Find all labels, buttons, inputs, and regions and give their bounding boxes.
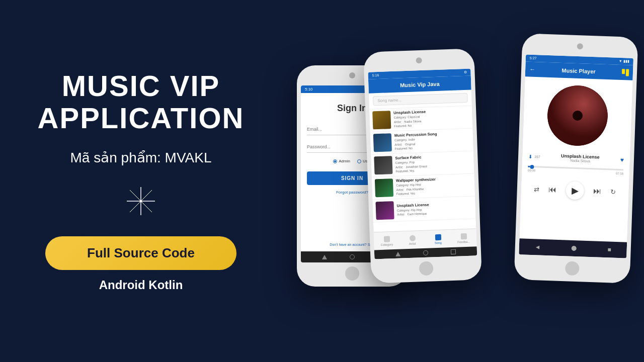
- song-thumb-4: [375, 178, 393, 197]
- song-meta-1: Category: ClassicalArtist: Nadia SitovaF…: [393, 113, 469, 128]
- phone2-home-btn[interactable]: [423, 250, 428, 255]
- list-item[interactable]: Music Percussion Song Category: IndieArt…: [370, 128, 473, 154]
- back-nav-btn[interactable]: [322, 255, 327, 259]
- album-art: [546, 84, 609, 147]
- phone1-home-btn: [345, 266, 359, 281]
- player-recents-nav[interactable]: ■: [607, 246, 611, 253]
- song-meta-3: Category: PopArtist: Jonathan GraceFeatu…: [395, 158, 471, 173]
- feedback-nav-icon: [460, 233, 466, 239]
- product-code: Mã sản phẩm: MVAKL: [70, 149, 212, 166]
- player-back-nav[interactable]: ◄: [534, 243, 540, 250]
- song-info-2: Music Percussion Song Category: IndieArt…: [394, 131, 470, 151]
- song-meta-4: Category: Hip HopArtist: Pok KhanthoFeat…: [396, 181, 472, 196]
- play-button[interactable]: ▶: [566, 181, 584, 200]
- song-info-5: Unsplash License Category: Hip HopArtist…: [397, 201, 473, 217]
- home-nav-btn[interactable]: [350, 254, 355, 259]
- player-home-nav[interactable]: [572, 246, 577, 251]
- songlist-time: 5:16: [372, 73, 379, 77]
- category-nav-icon: [383, 236, 389, 242]
- download-icon: ⬇: [528, 154, 532, 159]
- album-art-image: [546, 84, 609, 147]
- phone-screen-2: 5:16 ⚙ Music Vip Java Song name...: [368, 69, 477, 259]
- shuffle-button[interactable]: ⇄: [534, 186, 540, 193]
- star-decoration: [126, 186, 156, 216]
- player-screen: 5:27 ▼ ▮▮▮ ← Music Player: [519, 54, 633, 258]
- phone-camera-3: [577, 43, 583, 49]
- android-kotlin-label: Android Kotlin: [99, 278, 183, 292]
- artist-nav-item[interactable]: Artist: [399, 231, 426, 249]
- phone-songlist: 5:16 ⚙ Music Vip Java Song name...: [363, 48, 482, 283]
- category-nav-label: Category: [381, 243, 393, 246]
- admin-radio[interactable]: Admin: [333, 159, 350, 163]
- song-info-3: Surface Fabric Category: PopArtist: Jona…: [395, 153, 471, 173]
- phone2-back-btn[interactable]: [395, 251, 400, 256]
- phone-camera-2: [416, 57, 422, 63]
- no-account-text: Don't have an account? Sign: [330, 243, 374, 246]
- phone-player: 5:27 ▼ ▮▮▮ ← Music Player: [514, 33, 638, 284]
- next-button[interactable]: ⏭: [593, 187, 602, 196]
- left-section: MUSIC VIP APPLICATION Mã sản phẩm: MVAKL…: [0, 0, 282, 362]
- search-input[interactable]: Song name...: [373, 93, 468, 106]
- player-title: Music Player: [538, 66, 619, 75]
- list-item[interactable]: Unsplash License Category: Hip HopArtist…: [372, 196, 475, 222]
- song-info-1: Unsplash License Category: ClassicalArti…: [393, 108, 469, 128]
- user-radio-circle: [357, 159, 361, 163]
- player-bottom-nav: ◄ ■: [519, 238, 627, 258]
- list-item[interactable]: Surface Fabric Category: PopArtist: Jona…: [371, 151, 474, 177]
- feedback-nav-item[interactable]: Feedba...: [450, 229, 476, 247]
- player-controls: ⇄ ⏮ ▶ ⏭ ↻: [521, 175, 629, 205]
- prev-button[interactable]: ⏮: [548, 185, 557, 195]
- song-meta-2: Category: IndieArtist: OriginalFeatured:…: [394, 136, 470, 151]
- right-section: 5:10 ⚙ Sign In Admin Us: [272, 0, 644, 362]
- songlist-gear: ⚙: [463, 70, 466, 74]
- song-info-4: Wallpaper synthesizer Category: Hip HopA…: [396, 176, 472, 196]
- feedback-nav-label: Feedba...: [457, 240, 470, 243]
- artist-nav-icon: [409, 235, 415, 241]
- player-listen-section: ⬇ 197: [528, 154, 540, 160]
- player-header: ← Music Player: [525, 61, 633, 80]
- svg-point-4: [140, 200, 142, 202]
- songlist-screen: 5:16 ⚙ Music Vip Java Song name...: [368, 69, 477, 259]
- full-source-code-button[interactable]: Full Source Code: [45, 236, 236, 270]
- player-back-arrow[interactable]: ←: [529, 66, 535, 73]
- phone-camera-1: [349, 72, 355, 78]
- repeat-button[interactable]: ↻: [610, 188, 616, 196]
- player-track-details: Unsplash License Nadia Sitova: [544, 153, 616, 164]
- phone2-home-hardware-btn: [419, 261, 434, 276]
- listen-count: 197: [534, 155, 540, 158]
- phone3-home-hardware-btn: [565, 261, 580, 276]
- song-nav-icon: [435, 234, 441, 240]
- song-nav-label: Song: [435, 241, 442, 244]
- phone-screen-3: 5:27 ▼ ▮▮▮ ← Music Player: [519, 54, 633, 258]
- forgot-password-link[interactable]: Forgot password?: [336, 190, 368, 195]
- artist-nav-label: Artist: [409, 242, 416, 245]
- player-eq-indicator: [622, 69, 629, 76]
- song-thumb-5: [375, 201, 394, 220]
- category-nav-item[interactable]: Category: [374, 232, 400, 250]
- list-item[interactable]: Unsplash License Category: ClassicalArti…: [369, 106, 472, 132]
- song-thumb-1: [372, 111, 391, 129]
- player-time: 5:27: [530, 56, 537, 60]
- favorite-icon[interactable]: ♥: [620, 156, 624, 163]
- song-list: Unsplash License Category: ClassicalArti…: [369, 106, 476, 232]
- player-status-icons: ▼ ▮▮▮: [619, 59, 629, 64]
- list-item[interactable]: Wallpaper synthesizer Category: Hip HopA…: [372, 173, 475, 200]
- song-nav-item[interactable]: Song: [425, 230, 451, 248]
- signin-time: 5:10: [305, 87, 313, 92]
- progress-handle[interactable]: [530, 164, 534, 168]
- admin-label: Admin: [339, 159, 350, 163]
- phone2-recents-btn[interactable]: [450, 249, 455, 254]
- signin-title: Sign In: [337, 103, 367, 114]
- time-total: 07:18: [616, 172, 623, 175]
- admin-radio-circle: [333, 159, 337, 163]
- song-thumb-2: [373, 133, 392, 152]
- role-radio-group: Admin User: [333, 159, 371, 163]
- songlist-title: Music Vip Java: [372, 80, 467, 89]
- song-thumb-3: [374, 156, 392, 174]
- app-title: MUSIC VIP APPLICATION: [38, 70, 245, 134]
- time-current: 00:00: [528, 169, 535, 172]
